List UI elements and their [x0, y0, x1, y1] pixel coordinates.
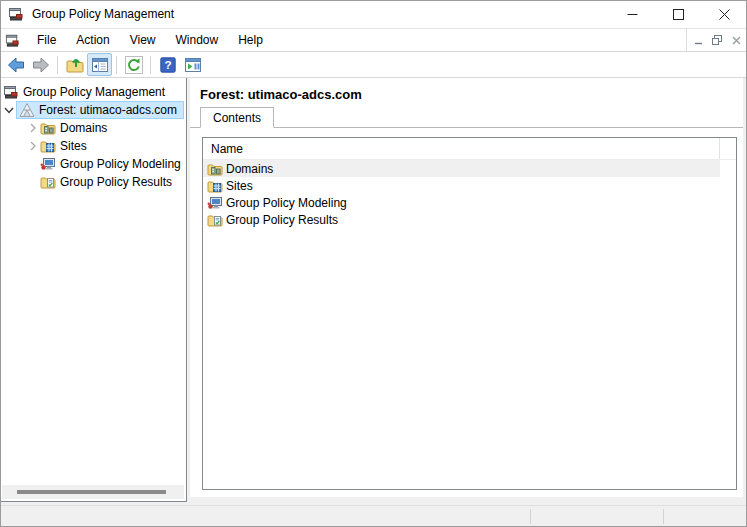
console-tree-pane: Group Policy Management	[0, 78, 187, 502]
tree-item-label: Domains	[60, 121, 107, 135]
tree-item-label: Group Policy Results	[60, 175, 172, 189]
toolbar-separator	[150, 56, 151, 74]
chevron-collapsed-icon[interactable]	[26, 122, 40, 135]
back-arrow-icon	[6, 55, 26, 75]
list-item-label: Group Policy Modeling	[226, 196, 347, 210]
mmc-console-icon	[8, 6, 24, 22]
gp-results-icon	[40, 174, 56, 190]
menubar: File Action View Window Help	[0, 28, 747, 52]
titlebar: Group Policy Management	[0, 0, 747, 28]
tree-item-label: Sites	[60, 139, 87, 153]
menu-view[interactable]: View	[120, 30, 166, 50]
tree-item-group-policy-modeling[interactable]: Group Policy Modeling	[0, 155, 186, 173]
toolbar-separator	[116, 56, 117, 74]
list-item-domains[interactable]: Domains	[203, 160, 720, 177]
forward-arrow-icon	[31, 55, 51, 75]
close-button[interactable]	[701, 0, 747, 28]
sites-folder-icon	[40, 138, 56, 154]
main-area: Group Policy Management	[0, 78, 747, 505]
svg-text:?: ?	[164, 58, 171, 71]
forward-button[interactable]	[28, 53, 53, 76]
toolbar-separator	[57, 56, 58, 74]
statusbar-separator	[530, 509, 531, 524]
folder-up-icon	[65, 55, 85, 75]
mdi-window-controls	[686, 29, 747, 51]
tab-strip: Contents	[190, 107, 743, 128]
gp-results-icon	[207, 212, 223, 228]
back-button[interactable]	[3, 53, 28, 76]
tree-item-sites[interactable]: Sites	[0, 137, 186, 155]
list-item-group-policy-results[interactable]: Group Policy Results	[203, 211, 720, 228]
list-item-label: Sites	[226, 179, 253, 193]
content-pane: Forest: utimaco-adcs.com Contents Name	[190, 78, 743, 497]
tree-selection: Forest: utimaco-adcs.com	[16, 101, 184, 119]
scrollbar-thumb[interactable]	[17, 490, 166, 494]
tab-contents[interactable]: Contents	[200, 107, 274, 128]
tree-item-label: Group Policy Modeling	[60, 157, 181, 171]
group-policy-management-window: Group Policy Management File Action Vie	[0, 0, 747, 527]
gp-modeling-icon	[40, 156, 56, 172]
action-pane-icon	[183, 55, 203, 75]
show-hide-action-pane-button[interactable]	[180, 53, 205, 76]
sites-folder-icon	[207, 178, 223, 194]
statusbar-separator	[663, 509, 664, 524]
mmc-console-icon	[3, 84, 19, 100]
console-tree-icon	[90, 55, 110, 75]
tree-item-domains[interactable]: Domains	[0, 119, 186, 137]
statusbar	[0, 505, 747, 527]
chevron-collapsed-icon[interactable]	[26, 140, 40, 153]
mdi-close-button[interactable]	[728, 32, 744, 48]
menu-action[interactable]: Action	[66, 30, 119, 50]
column-header-name[interactable]: Name	[211, 142, 243, 156]
menu-help[interactable]: Help	[228, 30, 273, 50]
domains-folder-icon	[207, 161, 223, 177]
tree-item-forest[interactable]: Forest: utimaco-adcs.com	[0, 101, 186, 119]
contents-list: Name Domains	[202, 137, 737, 490]
list-item-sites[interactable]: Sites	[203, 177, 720, 194]
refresh-button[interactable]	[121, 53, 146, 76]
tree-item-group-policy-results[interactable]: Group Policy Results	[0, 173, 186, 191]
list-header[interactable]: Name	[203, 138, 736, 160]
list-item-label: Domains	[226, 162, 273, 176]
tree-item-group-policy-management[interactable]: Group Policy Management	[0, 83, 186, 101]
list-item-group-policy-modeling[interactable]: Group Policy Modeling	[203, 194, 720, 211]
up-one-level-button[interactable]	[62, 53, 87, 76]
window-title: Group Policy Management	[32, 7, 174, 21]
help-icon: ?	[159, 56, 177, 74]
menu-file[interactable]: File	[27, 30, 66, 50]
maximize-button[interactable]	[655, 0, 701, 28]
tree-item-label: Forest: utimaco-adcs.com	[39, 103, 177, 117]
mmc-console-icon	[5, 33, 20, 48]
tree-item-label: Group Policy Management	[23, 85, 165, 99]
help-button[interactable]: ?	[155, 53, 180, 76]
gp-modeling-icon	[207, 195, 223, 211]
console-tree: Group Policy Management	[0, 78, 186, 191]
list-item-label: Group Policy Results	[226, 213, 338, 227]
toolbar: ?	[0, 52, 747, 78]
minimize-button[interactable]	[609, 0, 655, 28]
chevron-expanded-icon[interactable]	[2, 104, 16, 117]
show-hide-console-tree-button[interactable]	[87, 53, 112, 76]
mdi-restore-button[interactable]	[709, 32, 725, 48]
forest-icon	[19, 102, 35, 118]
domains-folder-icon	[40, 120, 56, 136]
menu-window[interactable]: Window	[166, 30, 229, 50]
content-pane-title: Forest: utimaco-adcs.com	[190, 78, 743, 102]
tree-horizontal-scrollbar[interactable]	[2, 485, 184, 499]
refresh-icon	[124, 55, 144, 75]
column-divider[interactable]	[719, 138, 720, 159]
window-controls	[609, 0, 747, 28]
mdi-minimize-button[interactable]	[690, 32, 706, 48]
